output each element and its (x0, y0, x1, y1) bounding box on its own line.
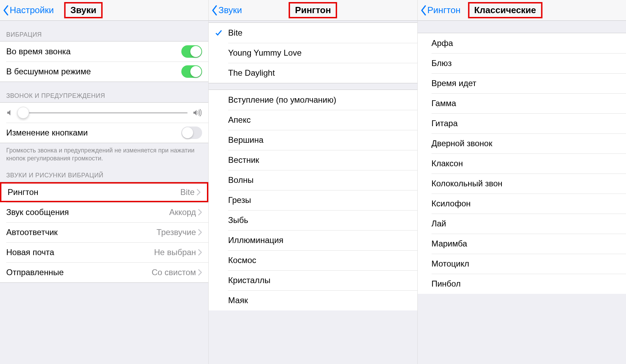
ringtone-label: The Daylight (228, 68, 275, 78)
ringtone-item[interactable]: Космос (209, 250, 417, 270)
back-label: Звуки (218, 5, 242, 16)
ringtone-list-builtin: Вступление (по умолчанию)АпексВершинаВес… (209, 90, 417, 310)
page-title: Звуки (64, 2, 102, 18)
row-change-buttons[interactable]: Изменение кнопками (0, 123, 208, 143)
row-vibrate-silent[interactable]: В бесшумном режиме (0, 62, 208, 82)
volume-track[interactable] (19, 112, 188, 113)
row-ringtone[interactable]: Рингтон Bite (0, 182, 208, 202)
classic-item[interactable]: Гитара (418, 113, 626, 133)
chevron-right-icon (198, 229, 202, 236)
ringtone-item[interactable]: Кристаллы (209, 270, 417, 290)
classic-label: Лай (432, 219, 446, 228)
classic-label: Гамма (432, 99, 456, 108)
ringtone-label: Зыбь (228, 215, 248, 225)
classic-item[interactable]: Арфа (418, 33, 626, 53)
back-button[interactable]: Настройки (3, 0, 54, 20)
back-label: Рингтон (427, 5, 461, 16)
switch-vibrate-ring[interactable] (181, 45, 202, 58)
volume-thumb[interactable] (17, 107, 29, 119)
switch-vibrate-silent[interactable] (181, 65, 202, 78)
section-header-vibration: ВИБРАЦИЯ (0, 21, 208, 41)
classic-item[interactable]: Дверной звонок (418, 133, 626, 153)
classic-item[interactable]: Лай (418, 214, 626, 234)
ringtone-item[interactable]: Зыбь (209, 210, 417, 230)
chevron-right-icon (198, 209, 202, 216)
ringtone-item[interactable]: Грезы (209, 190, 417, 210)
section-header-ringer: ЗВОНОК И ПРЕДУПРЕЖДЕНИЯ (0, 82, 208, 102)
section-header-sounds: ЗВУКИ И РИСУНКИ ВИБРАЦИЙ (0, 166, 208, 182)
back-button[interactable]: Рингтон (420, 0, 461, 20)
check-icon (215, 29, 223, 37)
ringtone-label: Вступление (по умолчанию) (228, 95, 336, 105)
ringtone-label: Young Yummy Love (228, 48, 301, 58)
classic-item[interactable]: Маримба (418, 234, 626, 254)
volume-low-icon (6, 109, 14, 116)
row-vibrate-ring[interactable]: Во время звонка (0, 41, 208, 62)
back-button[interactable]: Звуки (211, 0, 242, 20)
ringtone-label: Вестник (228, 155, 259, 165)
ringtone-item[interactable]: Вестник (209, 150, 417, 170)
label: В бесшумном режиме (6, 67, 181, 76)
label: Рингтон (8, 187, 180, 197)
chevron-left-icon (211, 5, 218, 16)
classic-item[interactable]: Гамма (418, 93, 626, 113)
label: Новая почта (6, 248, 154, 257)
classic-label: Время идет (432, 78, 477, 88)
classic-item[interactable]: Ксилофон (418, 194, 626, 214)
ringtone-item[interactable]: Иллюминация (209, 230, 417, 250)
chevron-left-icon (420, 5, 427, 16)
ringtone-item[interactable]: Маяк (209, 290, 417, 310)
chevron-right-icon (197, 189, 201, 196)
chevron-right-icon (198, 249, 202, 256)
ringtone-item[interactable]: Апекс (209, 110, 417, 130)
row-sent-mail[interactable]: Отправленные Со свистом (0, 262, 208, 282)
ringtone-label: Волны (228, 175, 253, 185)
ringtone-item[interactable]: Вступление (по умолчанию) (209, 90, 417, 110)
classic-item[interactable]: Мотоцикл (418, 254, 626, 274)
classic-label: Ксилофон (432, 199, 471, 208)
ringtone-item[interactable]: Волны (209, 170, 417, 190)
classic-label: Колокольный звон (432, 179, 502, 188)
ringtone-item[interactable]: Вершина (209, 130, 417, 150)
page-title: Рингтон (289, 2, 337, 18)
row-new-mail[interactable]: Новая почта Не выбран (0, 242, 208, 262)
back-label: Настройки (10, 5, 54, 16)
ringtone-label: Кристаллы (228, 276, 270, 285)
page-title: Классические (468, 2, 542, 18)
classic-label: Блюз (432, 58, 452, 68)
switch-change-buttons[interactable] (181, 127, 202, 139)
chevron-left-icon (3, 5, 9, 16)
classic-label: Арфа (432, 38, 453, 48)
ringtone-item[interactable]: The Daylight (209, 63, 417, 83)
label: Звук сообщения (6, 207, 169, 217)
classic-item[interactable]: Колокольный звон (418, 174, 626, 194)
classic-item[interactable]: Пинбол (418, 274, 626, 294)
group-sounds: Рингтон Bite Звук сообщения Аккорд Автоо… (0, 182, 208, 283)
classic-label: Маримба (432, 239, 467, 249)
classic-label: Дверной звонок (432, 139, 492, 148)
row-text-tone[interactable]: Звук сообщения Аккорд (0, 202, 208, 222)
row-volume-slider[interactable] (0, 103, 208, 123)
panel-classic: Рингтон Классические АрфаБлюзВремя идетГ… (418, 0, 626, 364)
panel-ringtone: Звуки Рингтон BiteYoung Yummy LoveThe Da… (209, 0, 417, 364)
classic-label: Пинбол (432, 279, 461, 289)
ringtone-label: Космос (228, 255, 256, 265)
label: Отправленные (6, 268, 152, 277)
value: Трезвучие (156, 227, 196, 237)
value: Bite (180, 187, 194, 197)
classic-item[interactable]: Блюз (418, 53, 626, 73)
classic-item[interactable]: Клаксон (418, 153, 626, 174)
chevron-right-icon (198, 269, 202, 276)
label: Изменение кнопками (6, 128, 181, 138)
value: Аккорд (169, 207, 196, 217)
ringtone-list-purchased: BiteYoung Yummy LoveThe Daylight (209, 23, 417, 83)
row-voicemail[interactable]: Автоответчик Трезвучие (0, 222, 208, 242)
group-ringer: Изменение кнопками (0, 102, 208, 143)
ringtone-label: Вершина (228, 135, 263, 145)
ringtone-item[interactable]: Bite (209, 23, 417, 43)
ringtone-label: Bite (228, 28, 242, 38)
classic-item[interactable]: Время идет (418, 73, 626, 93)
ringtone-label: Апекс (228, 115, 251, 125)
ringtone-item[interactable]: Young Yummy Love (209, 43, 417, 63)
ringtone-label: Грезы (228, 195, 251, 205)
